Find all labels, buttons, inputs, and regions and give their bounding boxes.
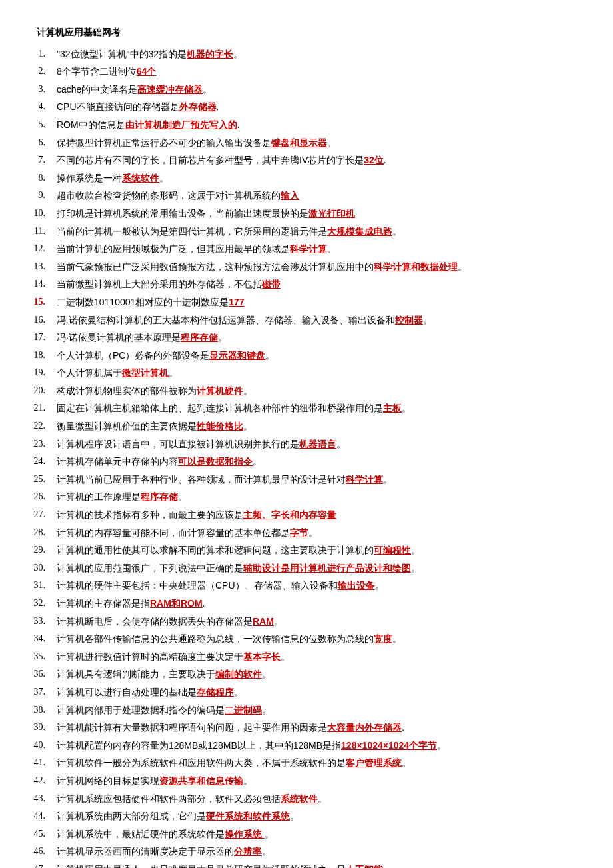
answer-text: 宽度: [374, 633, 392, 644]
question-item: 8个字节含二进制位64个: [20, 63, 593, 81]
answer-text: 磁带: [262, 279, 281, 289]
answer-text: 大容量内外存储器: [327, 722, 402, 733]
question-text: 个人计算机属于: [57, 367, 122, 378]
question-text: 计算机的主存储器是指: [57, 598, 150, 609]
question-suffix: 。: [262, 669, 271, 679]
question-suffix: 。: [411, 545, 420, 555]
question-suffix: 。: [178, 491, 187, 502]
answer-text: 主板: [383, 403, 402, 413]
question-text: 计算机的硬件主要包括：中央处理器（CPU）、存储器、输入设备和: [57, 580, 338, 591]
question-suffix: .: [203, 598, 205, 609]
answer-text: 显示器和键盘: [209, 350, 265, 361]
answer-text: 输出设备: [338, 580, 375, 591]
question-suffix: 。: [262, 705, 271, 715]
answer-text: 控制器: [395, 315, 423, 325]
question-text: "32位微型计算机"中的32指的是: [57, 49, 187, 59]
answer-text: 性能价格比: [197, 421, 243, 431]
question-text: 当前微型计算机上大部分采用的外存储器，不包括: [57, 279, 262, 289]
question-text: 打印机是计算机系统的常用输出设备，当前输出速度最快的是: [57, 208, 308, 219]
question-item: 计算机各部件传输信息的公共通路称为总线，一次传输信息的位数称为总线的宽度。: [20, 630, 593, 648]
question-text: 计算机网络的目标是实现: [57, 775, 159, 786]
question-suffix: 。: [274, 616, 283, 627]
question-suffix: 。: [375, 580, 384, 591]
answer-text: 32位: [364, 155, 384, 165]
question-suffix: 。: [290, 811, 299, 821]
question-item: 冯·诺依曼计算机的基本原理是程序存储。: [20, 329, 593, 347]
question-text: 衡量微型计算机价值的主要依据是: [57, 421, 197, 431]
question-text: 计算机的通用性使其可以求解不同的算术和逻辑问题，这主要取决于计算机的: [57, 545, 374, 555]
question-item: 二进制数10110001相对应的十进制数应是177: [20, 293, 593, 311]
answer-text: 大规模集成电路: [327, 226, 392, 237]
answer-text: 128×1024×1024个字节: [341, 740, 437, 751]
answer-text: 基本字长: [243, 651, 281, 662]
question-item: 计算机的工作原理是程序存储。: [20, 488, 593, 506]
question-item: 计算机网络的目标是实现资源共享和信息传输。: [20, 772, 593, 790]
question-text: 计算机断电后，会使存储的数据丢失的存储器是: [57, 616, 253, 627]
answer-text: 程序存储: [181, 332, 218, 343]
answer-text: 字节: [290, 527, 308, 538]
answer-text: 外存储器: [179, 101, 217, 112]
question-item: 固定在计算机主机箱箱体上的、起到连接计算机各种部件的纽带和桥梁作用的是主板。: [20, 399, 593, 417]
question-text: 计算机的应用范围很广，下列说法中正确的是: [57, 563, 243, 573]
question-text: ROM中的信息是: [57, 119, 125, 130]
question-text: 计算机能计算有大量数据和程序语句的问题，起主要作用的因素是: [57, 722, 327, 733]
question-text: 8个字节含二进制位: [57, 66, 137, 77]
question-text: 不同的芯片有不同的字长，目前芯片有多种型号，其中奔腾IV芯片的字长是: [57, 155, 364, 165]
question-suffix: 。: [336, 439, 346, 449]
question-item: 保持微型计算机正常运行必不可少的输入输出设备是键盘和显示器。: [20, 134, 593, 152]
question-text: 计算机具有逻辑判断能力，主要取决于: [57, 669, 215, 679]
question-text: 计算机的技术指标有多种，而最主要的应该是: [57, 509, 243, 520]
question-suffix: .: [384, 155, 386, 165]
question-item: 计算机显示器画面的清晰度决定于显示器的分辨率。: [20, 843, 593, 861]
question-text: 构成计算机物理实体的部件被称为: [57, 385, 197, 396]
answer-text: 人工智能: [346, 864, 383, 868]
question-item: ROM中的信息是由计算机制造厂预先写入的.: [20, 116, 593, 134]
answer-text: 64个: [137, 66, 157, 77]
question-text: 计算机内部用于处理数据和指令的编码是: [57, 705, 225, 715]
question-item: 打印机是计算机系统的常用输出设备，当前输出速度最快的是激光打印机: [20, 205, 593, 223]
question-item: 个人计算机（PC）必备的外部设备是显示器和键盘。: [20, 347, 593, 365]
question-text: 冯·诺依曼计算机的基本原理是: [57, 332, 181, 343]
document-page: 计算机应用基础网考 "32位微型计算机"中的32指的是机器的字长。8个字节含二进…: [0, 0, 613, 868]
question-suffix: 。: [392, 633, 402, 644]
answer-text: 程序存储: [141, 491, 178, 502]
question-item: 计算机进行数值计算时的高精确度主要决定于基本字长。: [20, 648, 593, 666]
question-suffix: 。: [423, 315, 432, 325]
question-suffix: 。: [318, 793, 327, 804]
question-item: 计算机的主存储器是指RAM和ROM.: [20, 595, 593, 613]
question-suffix: 。: [243, 385, 253, 396]
question-suffix: 。: [437, 740, 446, 751]
answer-text: 辅助设计是用计算机进行产品设计和绘图: [243, 563, 411, 573]
answer-text: 计算机硬件: [197, 385, 243, 396]
question-item: 当前计算机的应用领域极为广泛，但其应用最早的领域是科学计算。: [20, 240, 593, 258]
question-item: 计算机软件一般分为系统软件和应用软件两大类，不属于系统软件的是客户管理系统。: [20, 754, 593, 772]
answer-text: 177: [229, 297, 244, 307]
question-item: 计算机应用中最诱人、也是难度最大且目前研究最为活跃的领域之一是人工智能。: [20, 861, 593, 868]
question-suffix: .: [237, 119, 240, 130]
question-item: 不同的芯片有不同的字长，目前芯片有多种型号，其中奔腾IV芯片的字长是32位.: [20, 151, 593, 169]
answer-text: 硬件系统和软件系统: [206, 811, 290, 821]
question-suffix: 。: [392, 226, 402, 237]
question-item: 计算机可以进行自动处理的基础是存储程序。: [20, 683, 593, 701]
question-item: 计算机系统应包括硬件和软件两部分，软件又必须包括系统软件。: [20, 790, 593, 808]
question-item: 构成计算机物理实体的部件被称为计算机硬件。: [20, 382, 593, 400]
question-suffix: 。: [253, 456, 262, 467]
question-text: 计算机进行数值计算时的高精确度主要决定于: [57, 651, 243, 662]
question-item: 当前微型计算机上大部分采用的外存储器，不包括磁带: [20, 275, 593, 293]
answer-text: 输入: [281, 190, 299, 201]
question-suffix: 。: [169, 367, 178, 378]
question-text: 冯.诺依曼结构计算机的五大基本构件包括运算器、存储器、输入设备、输出设备和: [57, 315, 395, 325]
question-item: 计算机的应用范围很广，下列说法中正确的是辅助设计是用计算机进行产品设计和绘图。: [20, 559, 593, 577]
question-suffix: 。: [203, 84, 212, 95]
question-item: 计算机系统由两大部分组成，它们是硬件系统和软件系统。: [20, 807, 593, 825]
question-text: 当前的计算机一般被认为是第四代计算机，它所采用的逻辑元件是: [57, 226, 327, 237]
question-text: CPU不能直接访问的存储器是: [57, 101, 179, 112]
answer-text: 由计算机制造厂预先写入的: [125, 119, 237, 130]
question-text: 计算机软件一般分为系统软件和应用软件两大类，不属于系统软件的是: [57, 757, 346, 768]
answer-text: 机器的字长: [187, 49, 233, 59]
question-item: 冯.诺依曼结构计算机的五大基本构件包括运算器、存储器、输入设备、输出设备和控制器…: [20, 311, 593, 329]
answer-text: 操作系统: [225, 829, 265, 839]
answer-text: 编制的软件: [215, 669, 262, 679]
question-list: "32位微型计算机"中的32指的是机器的字长。8个字节含二进制位64个cache…: [20, 45, 593, 868]
answer-text: 科学计算: [346, 474, 383, 485]
